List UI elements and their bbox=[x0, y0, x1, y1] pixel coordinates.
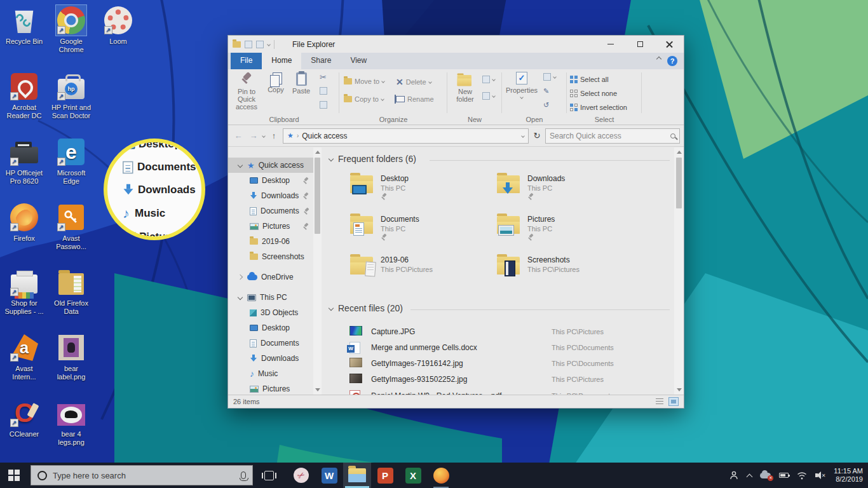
battery-icon[interactable] bbox=[779, 473, 789, 478]
new-folder-button[interactable]: New folder bbox=[449, 72, 481, 103]
frequent-folder-documents[interactable]: Documents This PC bbox=[350, 214, 490, 250]
scroll-up-icon[interactable] bbox=[677, 151, 682, 154]
search-box[interactable] bbox=[545, 128, 680, 144]
forward-button[interactable]: → bbox=[247, 131, 260, 140]
desktop-icon-acrobat[interactable]: Acrobat Reader DC bbox=[0, 71, 48, 120]
frequent-folder-screenshots[interactable]: Screenshots This PC\Pictures bbox=[497, 254, 637, 291]
recent-locations-chevron-icon[interactable] bbox=[262, 134, 266, 138]
recent-file-row[interactable]: GettyImages-931502252.jpg This PC\Pictur… bbox=[349, 373, 665, 387]
desktop-icon-old-firefox-data[interactable]: Old Firefox Data bbox=[47, 267, 95, 316]
select-all-button[interactable]: Select all bbox=[570, 76, 609, 83]
scrollbar-thumb[interactable] bbox=[315, 158, 320, 234]
frequent-folder-downloads[interactable]: Downloads This PC bbox=[497, 173, 637, 210]
desktop-icon-ccleaner[interactable]: CCleaner bbox=[0, 398, 48, 438]
wifi-icon[interactable] bbox=[797, 471, 807, 480]
task-view-button[interactable] bbox=[255, 463, 282, 488]
paste-shortcut-button[interactable] bbox=[320, 101, 327, 109]
large-icons-view-button[interactable] bbox=[668, 397, 679, 406]
taskbar-search-box[interactable] bbox=[31, 465, 253, 485]
qat-properties-icon[interactable] bbox=[245, 41, 252, 48]
desktop-icon-hp-officejet[interactable]: HP Officejet Pro 8620 bbox=[0, 137, 48, 186]
recent-file-row[interactable]: Capture.JPG This PC\Pictures bbox=[349, 325, 665, 339]
nav-this-pc[interactable]: This PC bbox=[228, 290, 313, 305]
back-button[interactable]: ← bbox=[232, 131, 245, 140]
scroll-down-icon[interactable] bbox=[677, 388, 682, 391]
taskbar-app-file-explorer[interactable] bbox=[343, 463, 371, 488]
taskbar-app-firefox[interactable] bbox=[427, 463, 455, 488]
scrollbar-thumb[interactable] bbox=[676, 158, 682, 208]
onedrive-error-icon[interactable] bbox=[760, 473, 771, 478]
move-to-button[interactable]: Move to bbox=[344, 78, 384, 85]
select-none-button[interactable]: Select none bbox=[570, 90, 617, 97]
chevron-right-icon[interactable] bbox=[238, 274, 243, 280]
new-item-button[interactable] bbox=[482, 76, 495, 83]
paste-button[interactable]: Paste bbox=[289, 72, 313, 95]
nav-screenshots[interactable]: Screenshots bbox=[228, 249, 313, 264]
invert-selection-button[interactable]: Invert selection bbox=[570, 104, 627, 111]
nav-2019-06[interactable]: 2019-06 bbox=[228, 234, 313, 249]
nav-3d-objects[interactable]: 3D Objects bbox=[228, 305, 313, 320]
taskbar-app-excel[interactable] bbox=[399, 463, 427, 488]
chevron-down-icon[interactable] bbox=[238, 295, 243, 300]
people-icon[interactable] bbox=[729, 470, 739, 480]
copy-path-button[interactable] bbox=[320, 87, 327, 95]
nav-desktop[interactable]: Desktop bbox=[228, 173, 313, 188]
main-scrollbar[interactable] bbox=[674, 147, 684, 395]
frequent-folder-pictures[interactable]: Pictures This PC bbox=[497, 214, 637, 250]
taskbar-clock[interactable]: 11:15 AM 8/2/2019 bbox=[834, 467, 863, 484]
desktop-icon-avast-passwords[interactable]: Avast Passwo... bbox=[47, 202, 95, 251]
open-button[interactable] bbox=[543, 73, 556, 81]
nav-scrollbar[interactable] bbox=[313, 147, 322, 395]
rename-button[interactable]: Rename bbox=[396, 95, 434, 103]
chevron-down-icon[interactable] bbox=[238, 163, 243, 168]
taskbar-app-snip[interactable] bbox=[287, 463, 315, 488]
desktop-icon-edge[interactable]: Microsoft Edge bbox=[47, 137, 95, 186]
frequent-folder-2019-06[interactable]: 2019-06 This PC\Pictures bbox=[350, 254, 490, 291]
minimize-ribbon-icon[interactable] bbox=[656, 57, 661, 62]
refresh-icon[interactable]: ↻ bbox=[531, 131, 543, 140]
recent-file-row[interactable]: GettyImages-71916142.jpg This PC\Documen… bbox=[349, 357, 665, 371]
nav-onedrive[interactable]: OneDrive bbox=[228, 269, 313, 285]
frequent-folders-header[interactable]: Frequent folders (6) bbox=[329, 154, 416, 164]
nav-pictures[interactable]: Pictures bbox=[228, 219, 313, 234]
recent-files-header[interactable]: Recent files (20) bbox=[329, 303, 403, 313]
help-icon[interactable] bbox=[667, 56, 677, 66]
desktop-icon-recycle-bin[interactable]: Recycle Bin bbox=[0, 5, 48, 46]
recent-file-row[interactable]: Merge and unmerge Cells.docx This PC\Doc… bbox=[349, 341, 665, 355]
pin-to-quick-access-button[interactable]: Pin to Quick access bbox=[231, 72, 262, 111]
history-button[interactable]: ↺ bbox=[543, 101, 549, 109]
taskbar-search-input[interactable] bbox=[53, 471, 235, 480]
desktop-icon-firefox[interactable]: Firefox bbox=[0, 202, 48, 243]
desktop-icon-shop-supplies[interactable]: Shop for Supplies - ... bbox=[0, 267, 48, 316]
properties-button[interactable]: Properties bbox=[504, 72, 539, 98]
desktop-icon-bear-4-legs[interactable]: bear 4 legs.png bbox=[47, 398, 95, 447]
cut-button[interactable] bbox=[320, 73, 327, 81]
recent-file-row[interactable]: Daniel Martin W9 - Red Ventures....pdf T… bbox=[349, 390, 665, 395]
nav-pc-music[interactable]: Music bbox=[228, 366, 313, 381]
desktop-icon-google-chrome[interactable]: Google Chrome bbox=[47, 5, 95, 54]
collapse-chevron-icon[interactable] bbox=[329, 306, 334, 311]
nav-documents[interactable]: Documents bbox=[228, 203, 313, 219]
show-hidden-icons-chevron[interactable] bbox=[747, 473, 753, 480]
title-bar[interactable]: File Explorer bbox=[228, 36, 684, 53]
copy-to-button[interactable]: Copy to bbox=[344, 95, 384, 103]
taskbar-app-word[interactable] bbox=[315, 463, 343, 488]
copy-button[interactable]: Copy bbox=[264, 72, 288, 93]
up-button[interactable]: ↑ bbox=[268, 131, 280, 140]
desktop-icon-loom[interactable]: Loom bbox=[94, 5, 142, 46]
tab-file[interactable]: File bbox=[231, 53, 262, 69]
scroll-up-icon[interactable] bbox=[315, 151, 320, 154]
search-input[interactable] bbox=[550, 132, 667, 140]
collapse-chevron-icon[interactable] bbox=[329, 156, 334, 161]
nav-pc-documents[interactable]: Documents bbox=[228, 336, 313, 351]
frequent-folder-desktop[interactable]: Desktop This PC bbox=[350, 173, 490, 210]
microphone-icon[interactable] bbox=[241, 471, 246, 479]
tab-home[interactable]: Home bbox=[262, 53, 301, 69]
maximize-button[interactable] bbox=[625, 36, 654, 53]
start-button[interactable] bbox=[0, 463, 28, 488]
taskbar-app-powerpoint[interactable] bbox=[371, 463, 399, 488]
nav-pc-downloads[interactable]: Downloads bbox=[228, 351, 313, 366]
address-dropdown-chevron-icon[interactable] bbox=[521, 134, 525, 138]
address-field[interactable]: › Quick access bbox=[283, 128, 529, 144]
nav-pc-pictures[interactable]: Pictures bbox=[228, 381, 313, 395]
